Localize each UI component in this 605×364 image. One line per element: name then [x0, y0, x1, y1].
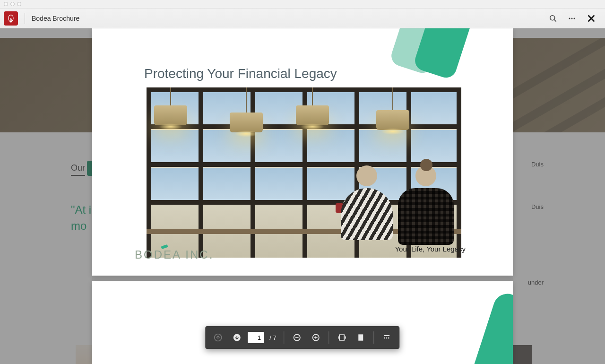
svg-rect-15: [359, 335, 363, 340]
svg-point-3: [571, 17, 573, 19]
top-toolbar: Bodea Brochure: [0, 9, 605, 28]
pdf-toolbar: / 7: [205, 326, 399, 349]
acrobat-app-icon: [4, 11, 18, 26]
close-window-dot[interactable]: [4, 2, 8, 6]
toolbar-separator: [284, 331, 285, 344]
page-number-input[interactable]: [248, 332, 264, 343]
previous-page-icon: [210, 329, 226, 346]
close-icon[interactable]: [586, 13, 596, 24]
svg-point-2: [569, 17, 570, 19]
company-logo: BODEA INC.: [135, 248, 214, 261]
pdf-page-2[interactable]: [92, 281, 513, 364]
fit-width-icon[interactable]: [334, 329, 350, 346]
pdf-page-1[interactable]: Protecting Your Financial Legacy: [92, 28, 513, 276]
tagline: Your Life, Your Legacy: [395, 245, 466, 253]
svg-line-1: [554, 19, 556, 21]
toolbar-divider: [25, 13, 25, 24]
main-viewport: ntacts Our Duis Duis ▮ "At i mo under ru…: [0, 28, 605, 364]
fit-page-icon[interactable]: [353, 329, 369, 346]
window-chrome: [0, 0, 605, 9]
toolbar-separator: [374, 331, 374, 344]
pdf-viewer: Protecting Your Financial Legacy: [92, 28, 513, 364]
next-page-icon[interactable]: [229, 329, 245, 346]
accent-shape-page2: [455, 290, 513, 364]
document-title: Bodea Brochure: [32, 15, 79, 22]
zoom-in-icon[interactable]: [308, 329, 324, 346]
company-logo-text: BODEA INC.: [135, 248, 214, 261]
svg-point-4: [574, 17, 575, 19]
search-icon[interactable]: [548, 14, 558, 23]
maximize-window-dot[interactable]: [17, 2, 21, 6]
toolbar-separator: [329, 331, 329, 344]
minimize-window-dot[interactable]: [10, 2, 15, 6]
svg-point-0: [550, 15, 555, 20]
page-total-label: / 7: [269, 334, 276, 341]
svg-rect-14: [340, 335, 345, 340]
document-heading: Protecting Your Financial Legacy: [144, 66, 337, 81]
more-options-icon[interactable]: [567, 14, 577, 23]
dock-toolbar-icon[interactable]: [379, 329, 395, 346]
hero-photo: [147, 87, 461, 258]
zoom-out-icon[interactable]: [289, 329, 305, 346]
